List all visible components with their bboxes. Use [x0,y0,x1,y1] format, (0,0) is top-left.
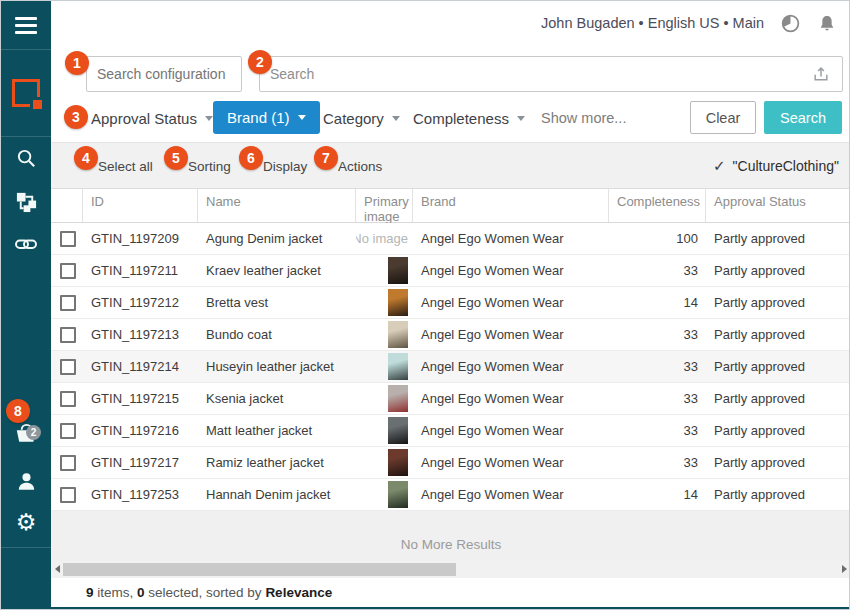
product-thumbnail [388,257,408,284]
cell-name: Matt leather jacket [198,415,356,446]
cell-primary-image [356,255,413,286]
chevron-down-icon [517,116,525,121]
cell-id: GTIN_1197209 [83,223,198,254]
display-button[interactable]: Display [263,143,307,189]
table-row[interactable]: GTIN_1197209Agung Denim jacketNo imageAn… [51,223,850,255]
row-checkbox[interactable] [60,263,76,279]
sidebar-item-links[interactable] [1,230,51,258]
cell-name: Kraev leather jacket [198,255,356,286]
header-name[interactable]: Name [198,189,356,222]
cell-name: Hannah Denim jacket [198,479,356,510]
cell-brand: Angel Ego Women Wear [413,383,609,414]
table-row[interactable]: GTIN_1197214Huseyin leather jacketAngel … [51,351,850,383]
product-thumbnail [388,417,408,444]
cell-id: GTIN_1197215 [83,383,198,414]
sidebar-item-search[interactable] [1,144,51,172]
gear-icon: ⚙ [16,510,37,534]
table-row[interactable]: GTIN_1197253Hannah Denim jacketAngel Ego… [51,479,850,511]
row-select-cell [51,383,83,414]
row-checkbox[interactable] [60,487,76,503]
annotation-marker-5: 5 [164,146,188,170]
sort-value: Relevance [265,585,332,600]
cell-id: GTIN_1197214 [83,351,198,382]
search-button[interactable]: Search [764,101,842,134]
filter-label: Approval Status [91,110,197,127]
product-thumbnail [388,481,408,508]
annotation-marker-7: 7 [314,146,338,170]
cell-completeness: 33 [609,415,706,446]
table-row[interactable]: GTIN_1197216Matt leather jacketAngel Ego… [51,415,850,447]
search-configuration-input[interactable] [86,56,242,92]
cell-name: Huseyin leather jacket [198,351,356,382]
row-select-cell [51,287,83,318]
filter-brand[interactable]: Brand (1) [213,101,320,134]
sidebar-item-settings[interactable]: ⚙ [1,509,51,535]
clock-icon[interactable] [780,13,801,34]
cell-approval-status: Partly approved [706,415,850,446]
app-logo[interactable] [1,77,51,109]
cell-name: Ramiz leather jacket [198,447,356,478]
filter-label: Category [323,110,384,127]
table-row[interactable]: GTIN_1197213Bundo coatAngel Ego Women We… [51,319,850,351]
row-checkbox[interactable] [60,231,76,247]
cell-brand: Angel Ego Women Wear [413,287,609,318]
cell-approval-status: Partly approved [706,479,850,510]
cell-primary-image: No image [356,223,413,254]
header-primary-image[interactable]: Primary image [356,189,413,222]
header-approval-status[interactable]: Approval Status [706,189,850,222]
select-all-button[interactable]: Select all [98,143,153,189]
app-window: 2 ⚙ John Bugaden • English US • Main [0,0,850,610]
row-checkbox[interactable] [60,455,76,471]
saved-query[interactable]: ✓ "CultureClothing" [713,143,839,189]
cell-completeness: 33 [609,383,706,414]
row-checkbox[interactable] [60,359,76,375]
sidebar-item-users[interactable] [1,467,51,495]
export-icon[interactable] [811,64,831,84]
cell-brand: Angel Ego Women Wear [413,447,609,478]
cell-primary-image [356,383,413,414]
filter-category[interactable]: Category [323,101,400,135]
clear-button[interactable]: Clear [690,101,756,134]
actions-button[interactable]: Actions [338,143,382,189]
scroll-left-arrow[interactable] [55,565,60,573]
cell-approval-status: Partly approved [706,447,850,478]
row-checkbox[interactable] [60,327,76,343]
cell-approval-status: Partly approved [706,319,850,350]
sorting-button[interactable]: Sorting [188,143,231,189]
filter-completeness[interactable]: Completeness [413,101,525,135]
selected-count: 0 [137,585,145,600]
bell-icon[interactable] [817,13,837,34]
table-row[interactable]: GTIN_1197217Ramiz leather jacketAngel Eg… [51,447,850,479]
horizontal-scrollbar[interactable] [51,561,850,578]
cell-completeness: 33 [609,351,706,382]
header-brand[interactable]: Brand [413,189,609,222]
annotation-marker-1: 1 [65,51,89,75]
sidebar-divider [1,547,51,548]
user-menu[interactable]: John Bugaden • English US • Main [541,15,764,31]
menu-button[interactable] [1,11,51,39]
cell-id: GTIN_1197211 [83,255,198,286]
table-row[interactable]: GTIN_1197212Bretta vestAngel Ego Women W… [51,287,850,319]
row-checkbox[interactable] [60,391,76,407]
scrollbar-thumb[interactable] [63,563,456,576]
cell-brand: Angel Ego Women Wear [413,351,609,382]
filter-label: Completeness [413,110,509,127]
row-checkbox[interactable] [60,295,76,311]
cell-completeness: 33 [609,447,706,478]
row-checkbox[interactable] [60,423,76,439]
filter-approval-status[interactable]: Approval Status [91,101,213,135]
cell-name: Bretta vest [198,287,356,318]
table-row[interactable]: GTIN_1197215Ksenia jacketAngel Ego Women… [51,383,850,415]
cell-id: GTIN_1197216 [83,415,198,446]
cell-approval-status: Partly approved [706,351,850,382]
header-completeness[interactable]: Completeness [609,189,706,222]
search-input[interactable] [259,56,843,92]
scroll-right-arrow[interactable] [842,565,847,573]
show-more-link[interactable]: Show more... [541,101,626,135]
table-row[interactable]: GTIN_1197211Kraev leather jacketAngel Eg… [51,255,850,287]
sidebar: 2 ⚙ [1,1,51,610]
annotation-marker-6: 6 [239,146,263,170]
header-id[interactable]: ID [83,189,198,222]
sidebar-item-structure[interactable] [1,187,51,215]
cell-primary-image [356,479,413,510]
